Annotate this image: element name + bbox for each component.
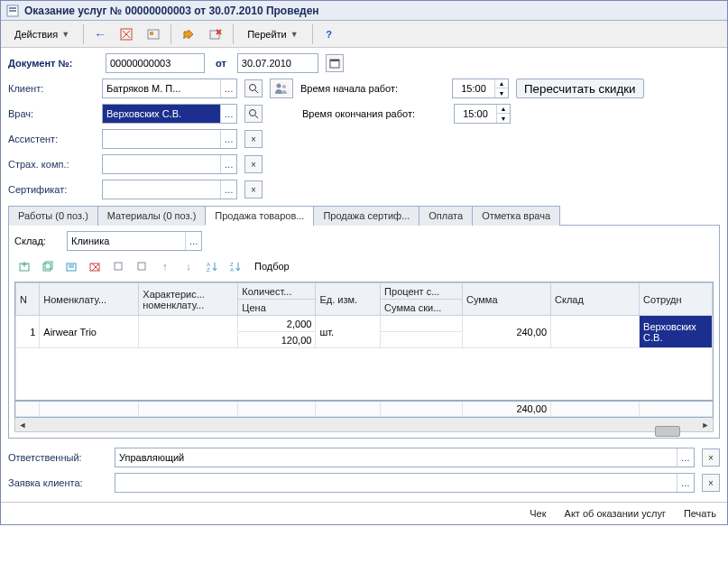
ellipsis-button[interactable]: … — [220, 130, 236, 148]
col-unit[interactable]: Ед. изм. — [316, 283, 381, 316]
ins-field[interactable]: … — [102, 154, 237, 174]
spin-up[interactable]: ▲ — [495, 79, 508, 88]
col-sklad[interactable]: Склад — [551, 283, 640, 316]
grid-empty-area[interactable] — [16, 348, 713, 401]
grid-hscrollbar[interactable]: ◄ ► — [14, 418, 714, 432]
scroll-left-button[interactable]: ◄ — [15, 419, 30, 431]
tab-payment[interactable]: Оплата — [419, 206, 473, 226]
people-button[interactable] — [270, 79, 293, 98]
footer-check[interactable]: Чек — [530, 508, 546, 519]
time-start-input[interactable] — [453, 79, 494, 97]
cell-char[interactable] — [139, 316, 238, 348]
clear-cert-button[interactable]: × — [244, 180, 263, 199]
tab-goods[interactable]: Продажа товаров... — [205, 206, 314, 226]
ellipsis-button[interactable]: … — [185, 232, 201, 250]
tab-doctor-mark[interactable]: Отметка врача — [472, 206, 560, 226]
sklad-input[interactable] — [68, 232, 185, 250]
search-client-button[interactable] — [244, 79, 263, 97]
client-input[interactable] — [103, 79, 220, 97]
doctor-field[interactable]: … — [102, 104, 237, 124]
spin-down[interactable]: ▼ — [495, 88, 508, 97]
docdate-field[interactable] — [237, 53, 318, 73]
scroll-thumb[interactable] — [655, 426, 680, 437]
time-end-spin[interactable]: ▲▼ — [454, 104, 511, 124]
calendar-button[interactable] — [326, 54, 344, 72]
clear-resp-button[interactable]: × — [702, 448, 720, 467]
toolbar-btn-4[interactable] — [204, 23, 227, 45]
docdate-input[interactable] — [238, 54, 318, 72]
ellipsis-button[interactable]: … — [677, 448, 694, 467]
help-button[interactable]: ? — [318, 23, 340, 45]
col-nomen[interactable]: Номенклату... — [40, 283, 139, 316]
goto-dropdown[interactable]: Перейти ▼ — [239, 23, 307, 45]
cert-input[interactable] — [103, 180, 220, 199]
scroll-right-button[interactable]: ► — [698, 419, 713, 431]
tab-certificates[interactable]: Продажа сертиф... — [313, 206, 419, 226]
sort-asc-button[interactable]: AZ — [202, 256, 222, 276]
clear-order-button[interactable]: × — [702, 474, 720, 492]
goods-grid[interactable]: N Номенклату... Характерис... номенклату… — [14, 282, 714, 418]
podbor-button[interactable]: Подбор — [254, 261, 290, 272]
spin-up[interactable]: ▲ — [497, 105, 510, 114]
docnum-input[interactable] — [106, 54, 204, 72]
tool-btn-6[interactable] — [132, 256, 152, 276]
ellipsis-button[interactable]: … — [220, 155, 236, 173]
edit-row-button[interactable] — [61, 256, 81, 276]
cell-n[interactable]: 1 — [16, 316, 40, 348]
ellipsis-button[interactable]: … — [220, 180, 236, 199]
footer-print[interactable]: Печать — [684, 508, 716, 519]
assistant-input[interactable] — [103, 130, 220, 148]
col-price[interactable]: Цена — [238, 300, 316, 316]
search-doctor-button[interactable] — [244, 105, 263, 123]
delete-row-button[interactable] — [85, 256, 105, 276]
move-up-button[interactable]: ↑ — [155, 256, 175, 276]
cert-field[interactable]: … — [102, 180, 237, 199]
docnum-field[interactable] — [106, 53, 205, 73]
sort-desc-button[interactable]: ZA — [226, 256, 245, 276]
cell-discp[interactable] — [381, 316, 463, 332]
time-end-input[interactable] — [455, 105, 496, 123]
add-row-button[interactable] — [14, 256, 34, 276]
table-row[interactable]: 1 Airwear Trio 2,000 шт. 240,00 Верховск… — [16, 316, 713, 332]
resp-field[interactable]: … — [115, 448, 695, 467]
cell-sklad[interactable] — [551, 316, 640, 348]
col-n[interactable]: N — [16, 283, 40, 316]
back-button[interactable]: ← — [89, 23, 111, 45]
assistant-field[interactable]: … — [102, 129, 237, 149]
order-field[interactable]: … — [115, 473, 695, 493]
col-emp[interactable]: Сотрудн — [640, 283, 713, 316]
order-input[interactable] — [115, 474, 677, 492]
toolbar-btn-1[interactable] — [115, 23, 138, 45]
recalc-button[interactable]: Пересчитать скидки — [516, 79, 644, 98]
tool-btn-5[interactable] — [108, 256, 128, 276]
cell-price[interactable]: 120,00 — [238, 332, 316, 348]
col-discs[interactable]: Сумма ски... — [381, 300, 463, 316]
col-sum[interactable]: Сумма — [462, 283, 550, 316]
toolbar-btn-2[interactable] — [142, 23, 165, 45]
doctor-input[interactable] — [103, 105, 220, 123]
ellipsis-button[interactable]: … — [220, 79, 236, 97]
cell-discs[interactable] — [381, 332, 463, 348]
actions-dropdown[interactable]: Действия ▼ — [6, 23, 78, 45]
clear-assistant-button[interactable]: × — [244, 130, 263, 148]
ellipsis-button[interactable]: … — [220, 105, 236, 123]
toolbar-btn-3[interactable] — [177, 23, 200, 45]
copy-row-button[interactable] — [38, 256, 58, 276]
resp-input[interactable] — [115, 448, 677, 467]
cell-qty[interactable]: 2,000 — [238, 316, 316, 332]
col-discp[interactable]: Процент с... — [381, 283, 463, 300]
cell-sum[interactable]: 240,00 — [462, 316, 550, 348]
time-start-spin[interactable]: ▲▼ — [452, 79, 509, 98]
spin-down[interactable]: ▼ — [497, 114, 510, 123]
ellipsis-button[interactable]: … — [677, 474, 694, 492]
move-down-button[interactable]: ↓ — [179, 256, 198, 276]
cell-nomen[interactable]: Airwear Trio — [40, 316, 139, 348]
sklad-field[interactable]: … — [67, 231, 202, 251]
tab-works[interactable]: Работы (0 поз.) — [8, 206, 98, 226]
tab-materials[interactable]: Материалы (0 поз.) — [97, 206, 207, 226]
clear-ins-button[interactable]: × — [244, 155, 263, 173]
cell-emp[interactable]: Верховских С.В. — [640, 316, 713, 348]
footer-act[interactable]: Акт об оказании услуг — [565, 508, 666, 519]
client-field[interactable]: … — [102, 79, 237, 98]
col-qty[interactable]: Количест... — [238, 283, 316, 300]
